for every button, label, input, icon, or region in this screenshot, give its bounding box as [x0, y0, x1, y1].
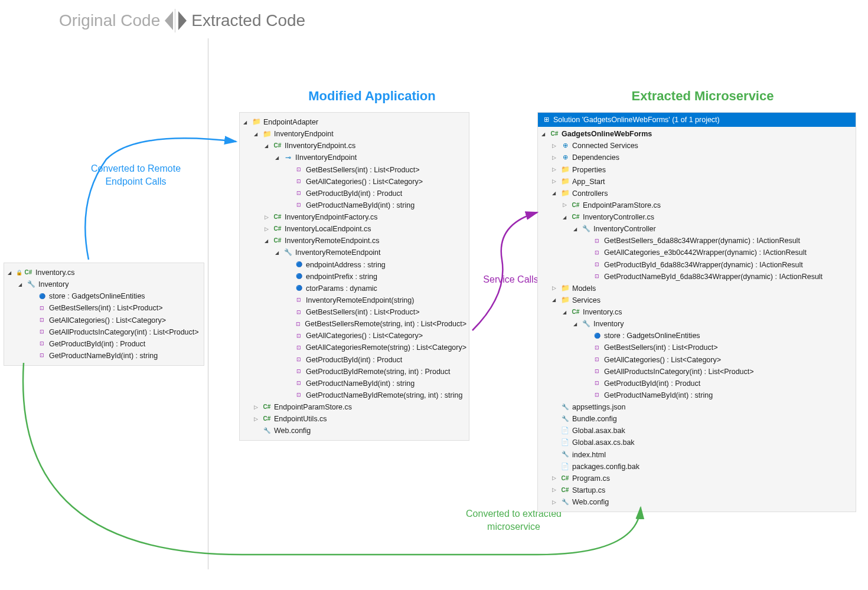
project-row[interactable]: GadgetsOnlineWebForms: [540, 128, 853, 140]
expand-icon[interactable]: [265, 225, 272, 233]
tree-row[interactable]: EndpointParamStore.cs: [540, 199, 853, 211]
tree-row[interactable]: InventoryEndpoint: [242, 128, 466, 140]
tree-row[interactable]: Models: [540, 283, 853, 294]
expand-icon[interactable]: [541, 130, 549, 138]
tree-row[interactable]: ctorParams : dynamic: [242, 283, 466, 294]
tree-row[interactable]: Dependencies: [540, 152, 853, 163]
tree-file-row[interactable]: 🔒 Inventory.cs: [6, 267, 201, 278]
expand-icon[interactable]: [552, 166, 559, 173]
tree-row[interactable]: endpointPrefix : string: [242, 271, 466, 283]
expand-icon[interactable]: [563, 309, 570, 316]
tree-row[interactable]: GetAllCategoriesRemote(string) : List<Ca…: [242, 342, 466, 353]
tree-row[interactable]: GetBestSellers(int) : List<Product>: [242, 164, 466, 176]
tree-row[interactable]: GetProductById(int) : Product: [6, 338, 201, 350]
tree-row[interactable]: IInventoryEndpoint: [242, 152, 466, 163]
tree-row[interactable]: GetProductNameById(int) : string: [6, 350, 201, 362]
tree-row[interactable]: GetBestSellersRemote(string, int) : List…: [242, 318, 466, 330]
tree-row[interactable]: Services: [540, 294, 853, 306]
tree-row[interactable]: Program.cs: [540, 473, 853, 484]
tree-row[interactable]: GetAllCategories_e3b0c442Wrapper(dynamic…: [540, 247, 853, 258]
tree-row[interactable]: EndpointUtils.cs: [242, 413, 466, 425]
expand-icon[interactable]: [552, 284, 559, 292]
ref-icon: [560, 142, 570, 150]
expand-icon[interactable]: [563, 214, 570, 221]
tree-row[interactable]: InventoryRemoteEndpoint.cs: [242, 235, 466, 247]
tree-row[interactable]: GetAllCategories() : List<Category>: [6, 314, 201, 326]
tree-folder-row[interactable]: EndpointAdapter: [242, 116, 466, 128]
tree-row[interactable]: Web.config: [242, 425, 466, 437]
tree-row[interactable]: Global.asax.bak: [540, 425, 853, 437]
tree-row[interactable]: Controllers: [540, 188, 853, 199]
tree-row[interactable]: InventoryLocalEndpoint.cs: [242, 223, 466, 235]
tree-row[interactable]: InventoryController: [540, 223, 853, 235]
tree-row[interactable]: IInventoryEndpoint.cs: [242, 140, 466, 152]
tree-row[interactable]: appsettings.json: [540, 401, 853, 413]
tree-row[interactable]: App_Start: [540, 176, 853, 188]
tree-row[interactable]: GetProductNameById(int) : string: [242, 378, 466, 389]
expand-icon[interactable]: [18, 281, 25, 289]
tree-row[interactable]: GetProductById(int) : Product: [242, 188, 466, 199]
tree-row[interactable]: GetProductNameById(int) : string: [540, 389, 853, 401]
tree-row[interactable]: GetBestSellers(int) : List<Product>: [242, 306, 466, 318]
expand-icon[interactable]: [265, 142, 272, 150]
expand-icon[interactable]: [552, 142, 559, 150]
tree-row[interactable]: Startup.cs: [540, 484, 853, 496]
tree-item-label: IInventoryEndpoint: [295, 152, 357, 163]
tree-row[interactable]: store : GadgetsOnlineEntities: [540, 330, 853, 342]
tree-row[interactable]: index.html: [540, 449, 853, 461]
expand-icon[interactable]: [552, 486, 559, 494]
expand-icon[interactable]: [275, 154, 282, 162]
tree-class-row[interactable]: Inventory: [6, 278, 201, 290]
tree-row[interactable]: Inventory: [540, 318, 853, 330]
tree-row[interactable]: Web.config: [540, 496, 853, 508]
tree-row[interactable]: InventoryEndpointFactory.cs: [242, 211, 466, 223]
expand-icon[interactable]: [552, 189, 559, 197]
tree-row[interactable]: GetBestSellers(int) : List<Product>: [540, 342, 853, 353]
tree-row[interactable]: GetAllProductsInCategory(int) : List<Pro…: [540, 366, 853, 378]
tree-row[interactable]: packages.config.bak: [540, 461, 853, 473]
expand-icon[interactable]: [552, 178, 559, 185]
expand-icon[interactable]: [265, 214, 272, 221]
tree-row[interactable]: Global.asax.cs.bak: [540, 437, 853, 448]
tree-row[interactable]: store : GadgetsOnlineEntities: [6, 290, 201, 302]
tree-row[interactable]: InventoryRemoteEndpoint(string): [242, 294, 466, 306]
tree-row[interactable]: Properties: [540, 164, 853, 176]
tree-row[interactable]: InventoryRemoteEndpoint: [242, 247, 466, 258]
expand-icon[interactable]: [552, 499, 559, 506]
tree-row[interactable]: GetProductById(int) : Product: [540, 378, 853, 389]
tree-row[interactable]: Connected Services: [540, 140, 853, 152]
expand-icon[interactable]: [563, 201, 570, 209]
tree-row[interactable]: GetAllCategories() : List<Category>: [540, 354, 853, 366]
expand-icon[interactable]: [573, 320, 580, 328]
tree-row[interactable]: EndpointParamStore.cs: [242, 401, 466, 413]
tree-row[interactable]: GetProductNameById_6da88c34Wrapper(dynam…: [540, 271, 853, 283]
tree-row[interactable]: endpointAddress : string: [242, 259, 466, 271]
expand-icon[interactable]: [265, 237, 272, 245]
tree-row[interactable]: GetProductById_6da88c34Wrapper(dynamic) …: [540, 259, 853, 271]
expand-icon[interactable]: [254, 404, 261, 411]
expand-icon[interactable]: [254, 130, 261, 138]
solution-label: Solution 'GadgetsOnlineWebForms' (1 of 1…: [553, 114, 720, 125]
tree-row[interactable]: GetProductNameByIdRemote(string, int) : …: [242, 389, 466, 401]
tree-row[interactable]: GetProductById(int) : Product: [242, 354, 466, 366]
tree-row[interactable]: GetProductNameById(int) : string: [242, 199, 466, 211]
expand-icon[interactable]: [552, 154, 559, 162]
expand-icon[interactable]: [243, 119, 250, 126]
tree-row[interactable]: GetAllProductsInCategory(int) : List<Pro…: [6, 326, 201, 338]
tree-row[interactable]: GetBestSellers_6da88c34Wrapper(dynamic) …: [540, 235, 853, 247]
expand-icon[interactable]: [552, 296, 559, 304]
tree-row[interactable]: InventoryController.cs: [540, 211, 853, 223]
tree-row[interactable]: Inventory.cs: [540, 306, 853, 318]
expand-icon[interactable]: [254, 415, 261, 423]
tree-row[interactable]: GetProductByIdRemote(string, int) : Prod…: [242, 366, 466, 378]
expand-icon[interactable]: [552, 474, 559, 482]
expand-icon[interactable]: [8, 269, 15, 277]
cs-icon: [262, 415, 272, 423]
tree-row[interactable]: Bundle.config: [540, 413, 853, 425]
tree-row[interactable]: GetBestSellers(int) : List<Product>: [6, 302, 201, 314]
solution-row[interactable]: Solution 'GadgetsOnlineWebForms' (1 of 1…: [538, 113, 856, 127]
expand-icon[interactable]: [573, 225, 580, 233]
expand-icon[interactable]: [275, 249, 282, 257]
tree-row[interactable]: GetAllCategories() : List<Category>: [242, 176, 466, 188]
tree-row[interactable]: GetAllCategories() : List<Category>: [242, 330, 466, 342]
